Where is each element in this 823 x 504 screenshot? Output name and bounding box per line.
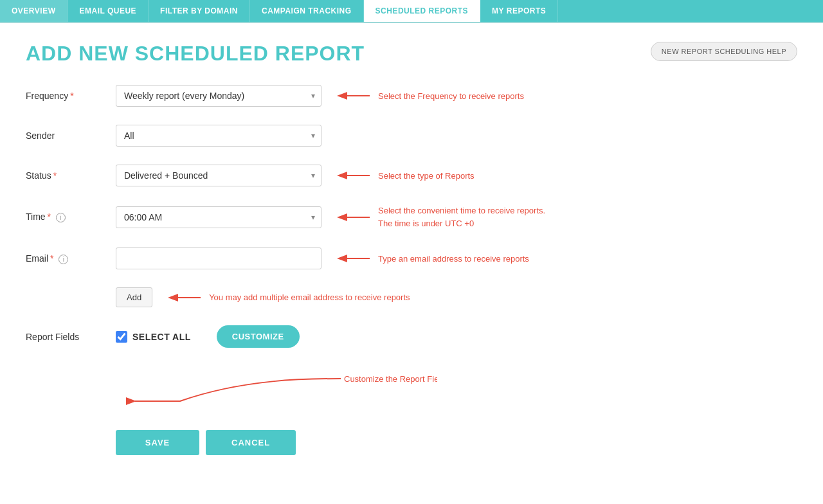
- add-button[interactable]: Add: [116, 287, 152, 307]
- tab-filter-by-domain[interactable]: FILTER BY DOMAIN: [149, 0, 250, 22]
- sender-select[interactable]: All Sender 1 Sender 2: [116, 125, 321, 147]
- time-arrow-icon: [334, 210, 373, 225]
- tab-overview[interactable]: OVERVIEW: [0, 0, 68, 22]
- time-label: Time* i: [26, 212, 116, 222]
- add-arrow-icon: [165, 290, 204, 305]
- top-navigation: OVERVIEW EMAIL QUEUE FILTER BY DOMAIN CA…: [0, 0, 823, 22]
- add-annotation: You may add multiple email address to re…: [165, 290, 410, 305]
- svg-text:Customize the Report Fields: Customize the Report Fields: [344, 374, 437, 384]
- frequency-annotation: Select the Frequency to receive reports: [334, 88, 524, 104]
- customize-button[interactable]: CUSTOMIZE: [217, 325, 300, 348]
- select-all-wrapper: SELECT ALL: [116, 331, 191, 343]
- status-annotation-text: Select the type of Reports: [378, 171, 475, 181]
- email-annotation: Type an email address to receive reports: [334, 251, 529, 266]
- time-select-wrapper: 12:00 AM 01:00 AM 02:00 AM 03:00 AM 04:0…: [116, 206, 321, 228]
- page-content: ADD NEW SCHEDULED REPORT NEW REPORT SCHE…: [0, 22, 823, 474]
- email-label: Email* i: [26, 253, 116, 264]
- status-annotation: Select the type of Reports: [334, 168, 475, 183]
- tab-campaign-tracking[interactable]: CAMPAIGN TRACKING: [250, 0, 364, 22]
- frequency-select[interactable]: Weekly report (every Monday) Daily repor…: [116, 85, 321, 107]
- time-info-icon[interactable]: i: [56, 213, 66, 222]
- bottom-buttons: SAVE CANCEL: [116, 430, 797, 455]
- report-fields-row: Report Fields SELECT ALL CUSTOMIZE: [26, 325, 797, 348]
- customize-annotation-area: Customize the Report Fields: [116, 366, 797, 411]
- sender-select-wrapper: All Sender 1 Sender 2: [116, 125, 321, 147]
- status-arrow-icon: [334, 168, 373, 183]
- form-section: Frequency* Weekly report (every Monday) …: [26, 85, 797, 455]
- add-annotation-text: You may add multiple email address to re…: [209, 292, 410, 302]
- status-label: Status*: [26, 170, 116, 181]
- frequency-label: Frequency*: [26, 91, 116, 101]
- email-row: Email* i Type an email address to receiv…: [26, 248, 797, 269]
- select-all-label[interactable]: SELECT ALL: [132, 332, 191, 342]
- select-all-checkbox[interactable]: [116, 331, 127, 343]
- sender-label: Sender: [26, 130, 116, 141]
- help-button[interactable]: NEW REPORT SCHEDULING HELP: [651, 42, 797, 61]
- email-input[interactable]: [116, 248, 321, 269]
- frequency-row: Frequency* Weekly report (every Monday) …: [26, 85, 797, 107]
- status-select[interactable]: All Delivered Bounced Delivered + Bounce…: [116, 165, 321, 186]
- status-row: Status* All Delivered Bounced Delivered …: [26, 165, 797, 186]
- add-row: Add You may add multiple email address t…: [116, 287, 797, 307]
- tab-email-queue[interactable]: EMAIL QUEUE: [68, 0, 149, 22]
- time-annotation-text: Select the convenient time to receive re…: [378, 204, 545, 230]
- cancel-button[interactable]: CANCEL: [206, 430, 296, 455]
- time-row: Time* i 12:00 AM 01:00 AM 02:00 AM 03:00…: [26, 204, 797, 230]
- email-annotation-text: Type an email address to receive reports: [378, 254, 529, 264]
- report-fields-label: Report Fields: [26, 332, 116, 342]
- tab-my-reports[interactable]: MY REPORTS: [480, 0, 558, 22]
- email-info-icon[interactable]: i: [59, 255, 68, 264]
- email-arrow-icon: [334, 251, 373, 266]
- save-button[interactable]: SAVE: [116, 430, 199, 455]
- time-annotation: Select the convenient time to receive re…: [334, 204, 545, 230]
- time-select[interactable]: 12:00 AM 01:00 AM 02:00 AM 03:00 AM 04:0…: [116, 206, 321, 228]
- status-select-wrapper: All Delivered Bounced Delivered + Bounce…: [116, 165, 321, 186]
- page-title: ADD NEW SCHEDULED REPORT: [26, 42, 365, 66]
- tab-scheduled-reports[interactable]: SCHEDULED REPORTS: [364, 0, 481, 22]
- page-header: ADD NEW SCHEDULED REPORT NEW REPORT SCHE…: [26, 42, 797, 66]
- customize-arrow-icon: Customize the Report Fields: [116, 366, 437, 411]
- frequency-arrow-icon: [334, 88, 373, 104]
- sender-row: Sender All Sender 1 Sender 2: [26, 125, 797, 147]
- frequency-select-wrapper: Weekly report (every Monday) Daily repor…: [116, 85, 321, 107]
- frequency-annotation-text: Select the Frequency to receive reports: [378, 91, 524, 101]
